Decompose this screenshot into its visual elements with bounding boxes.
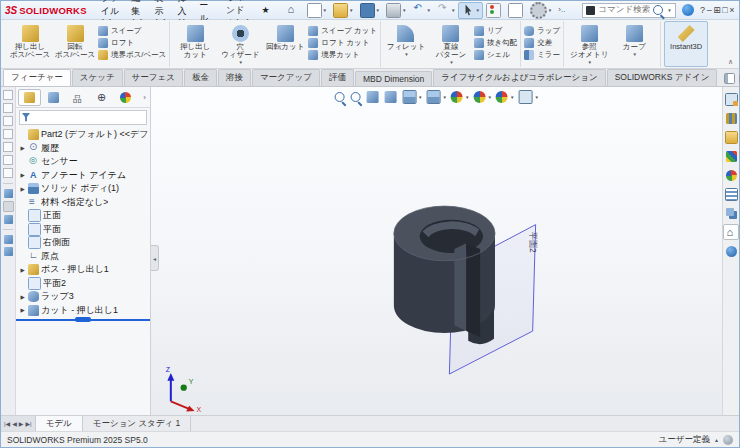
status-badge-icon[interactable] [723,435,733,445]
ribbon-small-button[interactable]: シェル [474,49,517,60]
ribbon-collapse-chevron[interactable]: ∧ [728,58,733,66]
cube-outline-icon[interactable] [3,103,13,113]
feature-manager-tab[interactable] [42,89,65,106]
units-selector[interactable]: ユーザー定義 [659,434,710,446]
command-tab[interactable]: 溶接 [218,69,251,86]
ribbon-button[interactable]: 直線 パターン ▼ [429,21,473,67]
view-tool-button[interactable] [350,92,362,102]
task-pane-tab[interactable] [723,186,739,202]
command-tab[interactable]: マークアップ [252,69,320,86]
feature-manager-tab[interactable] [114,89,137,106]
ribbon-small-button[interactable]: ロフト カット [308,37,377,48]
stack-gear-icon[interactable] [4,235,13,244]
cube-outline-icon[interactable] [3,155,13,165]
cube-outline-icon[interactable] [3,168,13,178]
command-tab[interactable]: サーフェス [124,69,183,86]
tree-item[interactable]: センサー [16,155,150,169]
qat-button[interactable] [284,2,304,19]
tabs-overflow-arrow[interactable]: › [143,93,148,102]
qat-button[interactable]: ▼ [383,2,409,19]
ribbon-small-button[interactable]: ミラー [524,49,560,60]
tree-item[interactable]: ▶ ラップ3 [16,290,150,304]
ribbon-small-button[interactable]: リブ [474,25,517,36]
qat-button[interactable]: ▼ [357,2,383,19]
view-tool-button[interactable] [384,91,398,103]
ribbon-button[interactable]: 回転 ボス/ベース [53,21,97,67]
tab-nav-button[interactable]: ▶ [19,420,24,427]
task-pane-tab[interactable] [723,224,739,240]
tree-item[interactable]: 原点 [16,250,150,264]
command-tab[interactable]: フィーチャー [3,69,71,86]
cube-outline-icon[interactable] [3,129,13,139]
view-tool-button[interactable]: ▼ [496,91,514,103]
feature-manager-tab[interactable] [90,89,113,106]
graphics-viewport[interactable]: ▼ ▼ ▼ ▼ ▼ ▼ [151,87,722,415]
view-tool-button[interactable]: ▼ [427,90,447,104]
tree-item[interactable]: 平面 [16,223,150,237]
task-pane-tab[interactable] [723,110,739,126]
view-tool-button[interactable]: ▼ [402,90,422,104]
qat-button[interactable]: ▼ [527,2,555,19]
view-tool-button[interactable]: ▼ [474,91,492,103]
minimize-button[interactable]: – [706,2,712,18]
close-button[interactable]: × [729,2,735,18]
sheet-icon[interactable] [3,201,14,212]
view-tool-button[interactable]: ▼ [451,91,469,103]
tree-item[interactable]: ▶ カット - 押し出し1 [16,304,150,318]
view-tool-button[interactable]: ▼ [518,90,538,104]
task-pane-tab[interactable] [723,148,739,164]
expand-arrow[interactable]: ▶ [19,267,26,273]
tree-item[interactable]: 材料 <指定なし> [16,196,150,210]
command-tab[interactable]: SOLIDWORKS アドイン [607,69,718,86]
tree-item[interactable]: 右側面 [16,236,150,250]
ribbon-small-button[interactable]: 交差 [524,37,560,48]
expand-arrow[interactable]: ▶ [19,294,26,300]
panel-collapse-arrow[interactable]: ◂ [151,245,159,271]
qat-button[interactable] [555,2,575,19]
ribbon-button[interactable]: フィレット ▼ [384,21,428,67]
study-tab[interactable]: モーション スタディ 1 [83,416,192,431]
ribbon-button[interactable]: Instant3D [664,21,708,67]
expand-arrow[interactable]: ▶ [19,186,26,192]
qat-button[interactable]: ▼ [330,2,356,19]
tab-nav-button[interactable]: ◀ [12,420,17,427]
pane-left-icon[interactable] [724,73,735,84]
qat-button[interactable]: ▼ [304,2,330,19]
command-tab[interactable]: 板金 [184,69,217,86]
help-button[interactable]: ? [700,5,706,15]
monitor-icon[interactable] [4,215,13,224]
expand-arrow[interactable]: ▶ [19,145,26,151]
ribbon-button[interactable]: カーブ ▼ [612,21,656,67]
maximize-button[interactable]: □ [722,2,728,18]
task-pane-tab[interactable] [723,243,739,259]
command-tab[interactable]: MBD Dimension [355,71,432,86]
restore-button[interactable]: ⊞ [713,2,721,18]
ribbon-button[interactable]: 押し出し ボス/ベース [8,21,52,67]
qat-button[interactable] [505,2,527,19]
feature-manager-tab[interactable] [18,89,41,106]
expand-arrow[interactable]: ▶ [19,172,26,178]
ribbon-small-button[interactable]: 抜き勾配 [474,37,517,48]
ribbon-small-button[interactable]: 境界カット [308,49,377,60]
tab-nav-button[interactable]: |◀ [4,420,10,427]
part-model[interactable] [394,206,495,344]
cube-outline-icon[interactable] [3,116,13,126]
ribbon-button[interactable]: 参照 ジオメトリ ▼ [567,21,611,67]
ribbon-small-button[interactable]: ロフト [98,37,166,48]
task-pane-tab[interactable] [723,129,739,145]
ribbon-button[interactable]: 回転カット [263,21,307,67]
tree-item[interactable]: ▶ ソリッド ボディ(1) [16,182,150,196]
tree-root-item[interactable]: Part2 (デフォルト) <<デフォルト>_表示状態 1 [16,128,150,142]
task-pane-tab[interactable] [723,167,739,183]
qat-button[interactable]: ▼ [458,2,482,19]
cube-outline-icon[interactable] [3,90,13,100]
tree-item[interactable]: 平面2 [16,277,150,291]
study-tab[interactable]: モデル [36,416,83,431]
ribbon-small-button[interactable]: スイープ [98,25,166,36]
tree-item[interactable]: ▶ アノテート アイテム [16,169,150,183]
tree-item[interactable]: 正面 [16,209,150,223]
ribbon-small-button[interactable]: 境界ボス/ベース [98,49,166,60]
ribbon-button[interactable]: 穴 ウィザード ▼ [218,21,262,67]
command-tab[interactable]: 評価 [321,69,354,86]
units-caret[interactable]: ▴ [715,436,718,443]
